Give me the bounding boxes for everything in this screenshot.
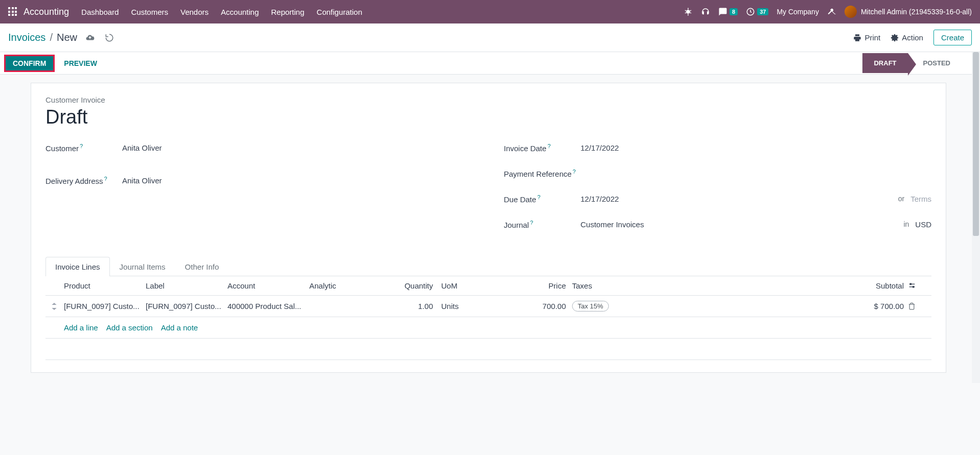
th-taxes[interactable]: Taxes — [570, 281, 616, 290]
apps-icon[interactable] — [8, 7, 17, 16]
confirm-button[interactable]: CONFIRM — [4, 55, 55, 72]
label-customer: Customer? — [45, 143, 122, 153]
th-subtotal[interactable]: Subtotal — [616, 281, 908, 290]
field-journal[interactable]: Customer Invoices — [581, 220, 644, 229]
label-invoice-date: Invoice Date? — [504, 143, 581, 153]
th-label[interactable]: Label — [146, 281, 227, 290]
svg-point-0 — [686, 10, 690, 14]
menu-reporting[interactable]: Reporting — [271, 8, 304, 16]
scroll-thumb[interactable] — [973, 52, 979, 236]
messages-button[interactable]: 8 — [718, 7, 738, 16]
cell-qty[interactable]: 1.00 — [386, 302, 437, 310]
breadcrumb: Invoices / New — [8, 32, 77, 43]
print-icon — [853, 34, 861, 42]
add-line-button[interactable]: Add a line — [64, 323, 98, 332]
label-journal: Journal? — [504, 220, 581, 229]
label-due-date: Due Date? — [504, 194, 581, 204]
th-account[interactable]: Account — [227, 281, 309, 290]
field-due-date[interactable]: 12/17/2022 — [581, 195, 619, 203]
svg-line-4 — [690, 10, 691, 11]
tools-icon[interactable] — [827, 7, 836, 16]
th-product[interactable]: Product — [64, 281, 146, 290]
support-icon[interactable] — [701, 7, 710, 16]
cell-price[interactable]: 700.00 — [483, 302, 570, 310]
field-currency[interactable]: USD — [915, 220, 931, 229]
delete-row-icon[interactable] — [908, 302, 925, 310]
menu-vendors[interactable]: Vendors — [180, 8, 209, 16]
preview-button[interactable]: PREVIEW — [64, 59, 97, 67]
breadcrumb-root[interactable]: Invoices — [8, 32, 45, 43]
form-sheet: Customer Invoice Draft Customer? Anita O… — [31, 83, 946, 373]
breadcrumb-sep: / — [50, 32, 53, 43]
help-icon[interactable]: ? — [548, 143, 551, 149]
due-or-label: or — [898, 195, 904, 203]
svg-point-12 — [913, 286, 914, 288]
menu-dashboard[interactable]: Dashboard — [81, 8, 119, 16]
avatar — [845, 6, 857, 18]
tab-journal-items[interactable]: Journal Items — [110, 257, 175, 276]
cloud-save-icon[interactable] — [85, 33, 95, 42]
bug-icon[interactable] — [683, 7, 693, 16]
action-button[interactable]: Action — [891, 33, 923, 42]
cell-label[interactable]: [FURN_0097] Custo... — [146, 302, 227, 310]
status-draft[interactable]: DRAFT — [862, 53, 907, 73]
add-note-button[interactable]: Add a note — [161, 323, 198, 332]
invoice-lines-table: Product Label Account Analytic Quantity … — [45, 276, 931, 360]
gear-icon — [891, 34, 899, 42]
svg-line-3 — [685, 10, 686, 11]
tab-invoice-lines[interactable]: Invoice Lines — [45, 257, 110, 276]
activities-button[interactable]: 37 — [746, 7, 768, 16]
cell-product[interactable]: [FURN_0097] Custo... — [64, 302, 146, 310]
help-icon[interactable]: ? — [573, 169, 576, 175]
menu-accounting[interactable]: Accounting — [221, 8, 259, 16]
journal-in-label: in — [903, 220, 909, 228]
field-customer[interactable]: Anita Oliver — [122, 143, 162, 152]
field-delivery-address[interactable]: Anita Oliver — [122, 176, 162, 185]
th-uom[interactable]: UoM — [437, 281, 483, 290]
field-invoice-date[interactable]: 12/17/2022 — [581, 143, 619, 152]
activities-count: 37 — [757, 8, 768, 15]
svg-marker-13 — [52, 303, 56, 305]
menu-configuration[interactable]: Configuration — [316, 8, 362, 16]
th-quantity[interactable]: Quantity — [386, 281, 437, 290]
sheet-title: Customer Invoice — [45, 95, 931, 104]
table-row[interactable]: [FURN_0097] Custo... [FURN_0097] Custo..… — [45, 296, 931, 317]
svg-marker-14 — [52, 308, 56, 310]
control-panel: Invoices / New Print Action Create — [0, 23, 980, 52]
print-button[interactable]: Print — [853, 33, 880, 42]
tabs: Invoice Lines Journal Items Other Info — [45, 257, 931, 276]
svg-line-5 — [685, 13, 686, 14]
scrollbar[interactable] — [972, 52, 980, 383]
th-analytic[interactable]: Analytic — [309, 281, 386, 290]
status-posted[interactable]: POSTED — [908, 53, 962, 73]
label-payment-reference: Payment Reference? — [504, 169, 581, 178]
company-switcher[interactable]: My Company — [777, 8, 818, 16]
cell-taxes[interactable]: Tax 15% — [570, 301, 616, 312]
th-price[interactable]: Price — [483, 281, 570, 290]
help-icon[interactable]: ? — [104, 176, 107, 182]
field-terms[interactable]: Terms — [910, 195, 931, 203]
statusbar: CONFIRM PREVIEW DRAFT POSTED — [0, 52, 972, 75]
cell-uom[interactable]: Units — [437, 302, 483, 310]
help-icon[interactable]: ? — [530, 220, 533, 226]
label-delivery-address: Delivery Address? — [45, 176, 122, 185]
tab-other-info[interactable]: Other Info — [175, 257, 229, 276]
sheet-heading: Draft — [45, 106, 931, 128]
menu-customers[interactable]: Customers — [131, 8, 168, 16]
brand[interactable]: Accounting — [24, 7, 69, 17]
breadcrumb-current: New — [57, 32, 77, 43]
cell-subtotal: $ 700.00 — [616, 302, 908, 310]
create-button[interactable]: Create — [933, 30, 972, 45]
add-section-button[interactable]: Add a section — [106, 323, 153, 332]
cell-account[interactable]: 400000 Product Sal... — [227, 302, 309, 310]
th-options-icon[interactable] — [908, 281, 925, 290]
discard-icon[interactable] — [105, 33, 114, 42]
topnav: Accounting Dashboard Customers Vendors A… — [0, 0, 980, 23]
svg-point-11 — [910, 283, 911, 285]
help-icon[interactable]: ? — [80, 143, 83, 149]
help-icon[interactable]: ? — [537, 194, 540, 200]
messages-count: 8 — [730, 8, 738, 15]
user-menu[interactable]: Mitchell Admin (21945339-16-0-all) — [845, 6, 972, 18]
status-stages: DRAFT POSTED — [862, 53, 962, 73]
drag-handle-icon[interactable] — [52, 303, 64, 310]
